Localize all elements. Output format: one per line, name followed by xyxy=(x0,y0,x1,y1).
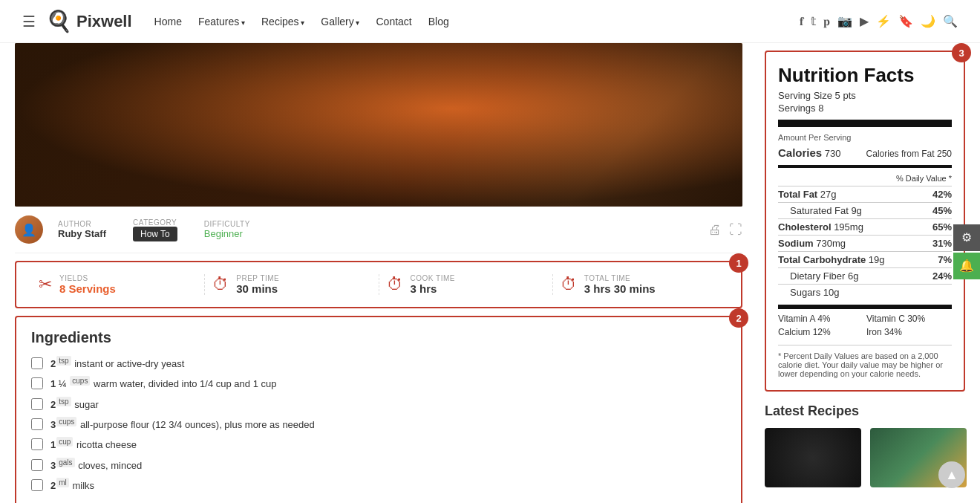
nutrition-row-sugars: Sugars 10g xyxy=(778,284,952,300)
list-item: 2tsp sugar xyxy=(31,397,726,410)
ingredient-text: 1 ¼ cups warm water, divided into 1/4 cu… xyxy=(50,377,276,389)
nav-recipes[interactable]: Recipes xyxy=(261,16,304,27)
nutrition-row-cholesterol: Cholesterol 195mg 65% xyxy=(778,218,952,235)
ingredients-title: Ingredients xyxy=(31,329,726,346)
page-layout: 👤 AUTHOR Ruby Staff CATEGORY How To DIFF… xyxy=(0,43,980,503)
nutrition-panel: 3 Nutrition Facts Serving Size 5 pts Ser… xyxy=(765,51,965,392)
cook-value: 3 hrs xyxy=(411,282,455,295)
facebook-icon[interactable]: 𝐟 xyxy=(800,15,803,28)
nutrition-row-total-fat: Total Fat 27g 42% xyxy=(778,186,952,202)
ingredient-text: 3gals cloves, minced xyxy=(50,458,142,471)
settings-button[interactable]: ⚙ xyxy=(953,224,980,251)
moon-icon[interactable]: 🌙 xyxy=(921,14,935,28)
nav-contact[interactable]: Contact xyxy=(376,16,412,27)
action-icons: 🖨 ⛶ xyxy=(708,222,742,238)
instagram-icon[interactable]: 📷 xyxy=(837,14,852,28)
expand-icon[interactable]: ⛶ xyxy=(729,222,742,238)
difficulty-group: DIFFICULTY Beginner xyxy=(204,220,250,239)
nutrition-serving-size: Serving Size 5 pts xyxy=(778,90,952,101)
bookmark-icon[interactable]: 🔖 xyxy=(898,14,913,28)
scroll-to-top-button[interactable]: ▲ xyxy=(938,461,965,488)
ingredients-box: 2 Ingredients 2tsp instant or active-dry… xyxy=(15,316,742,503)
ingredient-checkbox[interactable] xyxy=(31,438,43,450)
pinterest-icon[interactable]: 𝐩 xyxy=(823,15,830,28)
stat-prep: ⏱ PREP TIME 30 mins xyxy=(205,274,379,295)
ingredient-text: 1cup ricotta cheese xyxy=(50,438,137,450)
ingredient-checkbox[interactable] xyxy=(31,357,43,369)
list-item: 1 ¼ cups warm water, divided into 1/4 cu… xyxy=(31,377,726,389)
prep-clock-icon: ⏱ xyxy=(212,275,229,294)
ingredient-checkbox[interactable] xyxy=(31,479,43,491)
total-clock-icon: ⏱ xyxy=(561,275,577,294)
category-badge: How To xyxy=(133,227,177,241)
latest-recipes-title: Latest Recipes xyxy=(765,403,965,419)
latest-recipes-grid xyxy=(765,428,965,487)
difficulty-label: DIFFICULTY xyxy=(204,220,250,228)
main-column: 👤 AUTHOR Ruby Staff CATEGORY How To DIFF… xyxy=(0,43,757,503)
nutrition-row-sodium: Sodium 730mg 31% xyxy=(778,235,952,251)
list-item: 3gals cloves, minced xyxy=(31,458,726,471)
lightning-icon[interactable]: ⚡ xyxy=(876,14,891,28)
side-buttons: ⚙ 🔔 xyxy=(953,224,980,279)
nav-features[interactable]: Features xyxy=(198,16,245,27)
yields-icon: ✂ xyxy=(39,275,52,294)
ingredient-text: 2tsp sugar xyxy=(50,397,99,410)
side-column: 3 Nutrition Facts Serving Size 5 pts Ser… xyxy=(757,43,980,503)
amount-per-serving-label: Amount Per Serving xyxy=(778,133,952,142)
notification-button[interactable]: 🔔 xyxy=(953,253,980,279)
yields-label: YIELDS xyxy=(59,274,116,282)
latest-recipe-thumb-1[interactable] xyxy=(765,428,861,487)
iron: Iron 34% xyxy=(866,327,952,337)
meta-row: 👤 AUTHOR Ruby Staff CATEGORY How To DIFF… xyxy=(15,207,742,253)
ingredient-checkbox[interactable] xyxy=(31,398,43,410)
total-value: 3 hrs 30 mins xyxy=(584,282,656,295)
twitter-icon[interactable]: 𝕥 xyxy=(811,14,816,28)
search-icon[interactable]: 🔍 xyxy=(943,14,958,28)
nutrition-servings: Servings 8 xyxy=(778,103,952,114)
nutrition-badge: 3 xyxy=(952,43,971,62)
stat-total: ⏱ TOTAL TIME 3 hrs 30 mins xyxy=(553,274,726,295)
calcium: Calcium 12% xyxy=(778,327,863,337)
difficulty-value: Beginner xyxy=(204,228,250,239)
author-name: Ruby Staff xyxy=(58,228,106,239)
nutrition-row-total-carb: Total Carbohydrate 19g 7% xyxy=(778,251,952,267)
stat-yields: ✂ YIELDS 8 Servings xyxy=(31,274,205,295)
total-label: TOTAL TIME xyxy=(584,274,656,282)
logo-text: Pixwell xyxy=(76,12,132,31)
hero-image-inner xyxy=(15,43,742,207)
nutrition-title: Nutrition Facts xyxy=(778,64,952,87)
calories-row: Calories 730 Calories from Fat 250 xyxy=(778,146,952,159)
ingredient-checkbox[interactable] xyxy=(31,459,43,471)
recipe-stats-box: 1 ✂ YIELDS 8 Servings ⏱ PREP TIME 30 min… xyxy=(15,261,742,308)
ingredient-text: 2tsp instant or active-dry yeast xyxy=(50,357,184,369)
ingredient-checkbox[interactable] xyxy=(31,418,43,430)
nutrition-divider-thin xyxy=(778,165,952,168)
list-item: 1cup ricotta cheese xyxy=(31,438,726,450)
dv-label: % Daily Value * xyxy=(778,174,952,183)
nav-home[interactable]: Home xyxy=(154,16,182,27)
calories-label: Calories 730 xyxy=(778,146,841,159)
nav-blog[interactable]: Blog xyxy=(428,16,449,27)
site-logo[interactable]: 🍳 Pixwell xyxy=(46,9,132,33)
stat-cook: ⏱ COOK TIME 3 hrs xyxy=(379,274,553,295)
vitamin-c: Vitamin C 30% xyxy=(866,314,952,324)
nutrition-divider-thick xyxy=(778,120,952,127)
ingredient-checkbox[interactable] xyxy=(31,377,43,389)
nav-gallery[interactable]: Gallery xyxy=(321,16,359,27)
youtube-icon[interactable]: ▶ xyxy=(860,14,869,28)
nutrition-row-dietary-fiber: Dietary Fiber 6g 24% xyxy=(778,267,952,284)
navbar: ☰ 🍳 Pixwell Home Features Recipes Galler… xyxy=(0,0,980,43)
category-group: CATEGORY How To xyxy=(133,218,177,241)
hamburger-menu[interactable]: ☰ xyxy=(22,13,36,30)
logo-icon: 🍳 xyxy=(46,9,72,33)
ingredients-badge: 2 xyxy=(729,308,748,328)
author-label: AUTHOR xyxy=(58,220,106,228)
list-item: 2tsp instant or active-dry yeast xyxy=(31,357,726,369)
stats-badge: 1 xyxy=(729,253,748,273)
nav-links: Home Features Recipes Gallery Contact Bl… xyxy=(154,16,800,27)
vitamins-grid: Vitamin A 4% Vitamin C 30% Calcium 12% I… xyxy=(778,305,952,337)
vitamin-a: Vitamin A 4% xyxy=(778,314,863,324)
hero-image xyxy=(15,43,742,207)
avatar: 👤 xyxy=(15,215,43,244)
print-icon[interactable]: 🖨 xyxy=(708,222,722,238)
